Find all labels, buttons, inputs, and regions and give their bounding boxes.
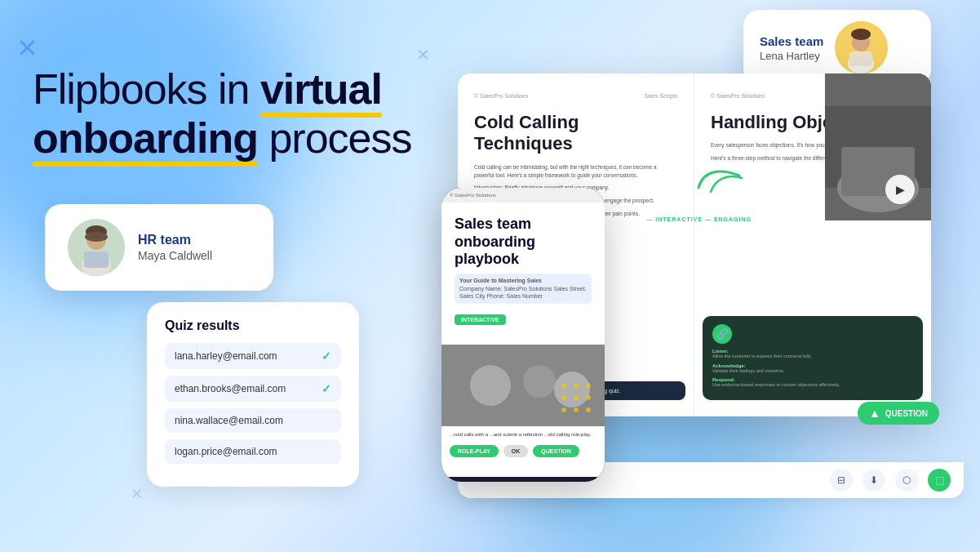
hr-name: Maya Caldwell — [138, 249, 212, 262]
quiz-email-1: lana.harley@email.com — [175, 350, 277, 362]
quiz-card: Quiz results lana.harley@email.com ✓ eth… — [147, 302, 359, 487]
phone-action-buttons: ROLE-PLAY OK QUESTION — [450, 442, 596, 457]
headline-line2: onboarding process — [33, 114, 432, 163]
book-copyright-right: © SalesPro Solutions — [711, 93, 765, 99]
svg-point-25 — [574, 395, 579, 400]
svg-point-18 — [470, 365, 511, 406]
phone-guide-title: Your Guide to Mastering Sales — [459, 278, 542, 283]
quiz-email-4: logan.price@email.com — [175, 446, 277, 457]
headline-line1: Flipbooks in virtual — [33, 65, 432, 114]
question-label: QUESTION — [885, 409, 928, 418]
svg-point-22 — [574, 383, 579, 388]
svg-rect-3 — [84, 252, 109, 268]
phone-content: Sales team onboarding playbook Your Guid… — [441, 203, 605, 477]
quiz-item-4: logan.price@email.com — [165, 439, 341, 464]
handling-link-icon: 🔗 — [712, 324, 732, 344]
headline-process: process — [258, 114, 412, 162]
handling-card: 🔗 Listen: Allow the customer to express … — [703, 316, 923, 400]
hr-info: HR team Maya Caldwell — [138, 233, 212, 262]
tablet-container: © SalesPro Solutions Sales Scripts Cold … — [441, 57, 964, 498]
dots-pattern — [556, 377, 605, 426]
quiz-email-3: nina.wallace@email.com — [175, 415, 283, 426]
deco-cross-1: ✕ — [16, 33, 38, 64]
quiz-title: Quiz results — [165, 318, 341, 333]
svg-point-6 — [85, 232, 108, 242]
hr-avatar-image — [68, 219, 125, 276]
video-image — [825, 73, 931, 220]
quiz-item-1: lana.harley@email.com ✓ — [165, 343, 341, 369]
deco-cross-3: ✕ — [131, 485, 143, 503]
svg-point-12 — [851, 29, 871, 40]
headline-onboarding: onboarding — [33, 114, 258, 163]
headline-virtual: virtual — [260, 65, 382, 114]
toolbar-share-icon[interactable]: ⬡ — [895, 469, 918, 492]
svg-point-29 — [586, 407, 591, 412]
toolbar-download-icon[interactable]: ⬇ — [862, 469, 885, 492]
handling-respond-text: Use evidence-based responses to counter … — [712, 382, 913, 389]
svg-point-19 — [523, 365, 556, 398]
phone-role-play-btn[interactable]: ROLE-PLAY — [450, 445, 499, 457]
toolbar-fullscreen-icon[interactable]: ⬚ — [928, 469, 951, 492]
quiz-check-1: ✓ — [321, 349, 331, 363]
question-badge: ▲ QUESTION — [858, 402, 939, 425]
handling-acknowledge: Acknowledge: Validate their feelings and… — [712, 363, 913, 375]
svg-point-24 — [561, 395, 566, 400]
page-container: ✕ ✕ ✕ Flipbooks in virtual onboarding pr… — [0, 0, 980, 552]
phone-image-area — [441, 345, 605, 426]
quiz-email-2: ethan.brooks@email.com — [175, 383, 286, 394]
book-header-left: © SalesPro Solutions Sales Scripts — [474, 93, 677, 99]
sales-role: Sales team — [760, 34, 823, 48]
book-page-right: © SalesPro Solutions Sales Scripts Handl… — [694, 73, 931, 416]
phone-bottom-action: ...cold calls with a ...and submit a ref… — [441, 426, 605, 462]
book-chapter-left: Cold Calling Techniques — [474, 112, 677, 155]
toolbar-print-icon[interactable]: ⊟ — [830, 469, 853, 492]
video-thumbnail[interactable]: ▶ — [825, 73, 931, 220]
hr-card: HR team Maya Caldwell — [45, 204, 273, 291]
quiz-item-2: ethan.brooks@email.com ✓ — [165, 376, 341, 402]
book-copyright-left: © SalesPro Solutions — [474, 93, 528, 99]
handling-acknowledge-text: Validate their feelings and concerns. — [712, 368, 913, 375]
phone-book-title: Sales team onboarding playbook — [455, 216, 592, 269]
handling-listen: Listen: Allow the customer to express th… — [712, 349, 913, 360]
hr-role: HR team — [138, 233, 212, 247]
quiz-item-3: nina.wallace@email.com — [165, 408, 341, 433]
phone-interactive-badge: INTERACTIVE — [455, 314, 506, 325]
phone-book-cover: Sales team onboarding playbook Your Guid… — [441, 203, 605, 345]
phone-company-info: Company Name: SalesPro Solutions Sales S… — [459, 286, 587, 300]
cursor-icon: ▲ — [869, 407, 880, 420]
book-category-left: Sales Scripts — [644, 93, 677, 99]
deco-cross-2: ✕ — [416, 45, 430, 65]
headline: Flipbooks in virtual onboarding process — [33, 65, 432, 163]
phone-header-text: © SalesPro Solutions — [450, 193, 496, 198]
svg-point-28 — [574, 407, 579, 412]
interactive-engaging-label: — INTERACTIVE — ENGAGING — [646, 216, 752, 222]
hr-avatar — [68, 219, 125, 276]
handling-respond: Respond: Use evidence-based responses to… — [712, 377, 913, 389]
video-play-button[interactable]: ▶ — [885, 175, 915, 204]
phone-question-btn[interactable]: QUESTION — [533, 445, 579, 457]
handling-listen-text: Allow the customer to express their conc… — [712, 354, 913, 360]
phone-action-text: ...cold calls with a ...and submit a ref… — [450, 431, 596, 438]
phone-book-subtitle: Your Guide to Mastering Sales Company Na… — [455, 274, 592, 304]
headline-plain-1: Flipbooks in — [33, 65, 260, 113]
phone-ok-btn[interactable]: OK — [503, 445, 529, 457]
svg-point-26 — [586, 395, 591, 400]
quiz-check-2: ✓ — [321, 382, 331, 395]
svg-point-23 — [586, 383, 591, 388]
svg-point-21 — [561, 383, 566, 388]
phone-device: © SalesPro Solutions Sales team onboardi… — [441, 188, 605, 482]
book-body-1: Cold calling can be intimidating, but wi… — [474, 163, 677, 180]
svg-point-27 — [561, 407, 566, 412]
phone-header: © SalesPro Solutions — [441, 188, 605, 203]
